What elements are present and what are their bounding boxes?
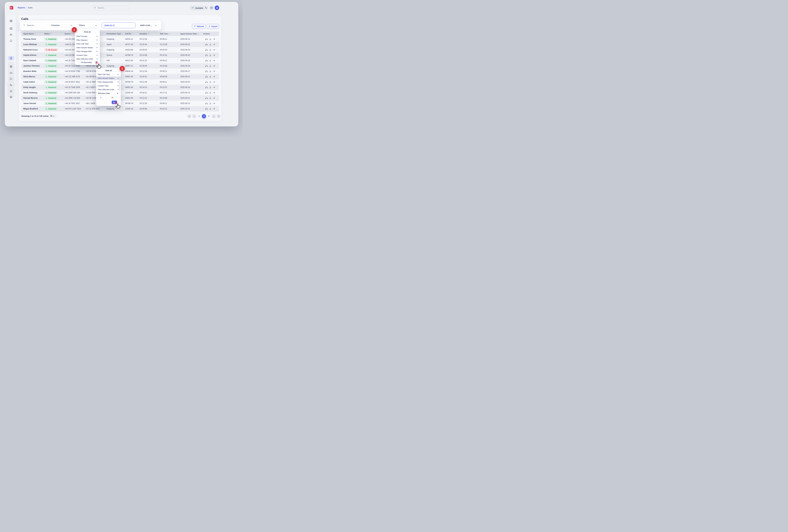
col-header-status[interactable]: Status↕ — [44, 32, 52, 36]
listen-recording-icon[interactable] — [205, 38, 208, 40]
sidebar-item-activity[interactable] — [9, 27, 13, 30]
table-search-input[interactable] — [27, 24, 45, 27]
filter-item-filter-queues[interactable]: Filter Queues — [75, 38, 100, 42]
clear-all-button[interactable]: Clear all — [97, 69, 120, 72]
export-button[interactable]: Export — [207, 24, 219, 29]
col-header-agent-answer-date[interactable]: Agent Answer Date↕ — [180, 32, 199, 36]
close-icon[interactable]: ✕ — [117, 92, 118, 95]
edit-icon[interactable] — [95, 61, 98, 63]
download-recording-icon[interactable] — [209, 102, 211, 104]
ai-insights-icon[interactable] — [213, 81, 215, 83]
download-recording-icon[interactable] — [209, 92, 211, 94]
page-button-3[interactable]: 3 — [207, 114, 211, 118]
sort-icon[interactable]: ↕ — [169, 33, 170, 35]
pager-nav-button[interactable]: ‹ — [192, 114, 196, 118]
download-recording-icon[interactable] — [209, 70, 211, 72]
listen-recording-icon[interactable] — [205, 59, 208, 62]
sidebar-item-agent-settings[interactable] — [9, 84, 13, 86]
download-recording-icon[interactable] — [209, 59, 211, 62]
table-search[interactable] — [21, 23, 47, 28]
sidebar-item-security[interactable] — [10, 90, 12, 92]
ai-insights-icon[interactable] — [213, 86, 215, 88]
checkbox[interactable] — [78, 62, 80, 63]
sidebar-item-reports[interactable] — [10, 57, 13, 60]
ai-insights-icon[interactable] — [213, 108, 215, 110]
sidebar-item-messages[interactable] — [10, 78, 13, 80]
filter-item-filter-hangup-side[interactable]: Filter Hangup Side — [96, 80, 121, 84]
scrollbar[interactable] — [119, 77, 120, 91]
ai-insights-icon[interactable] — [213, 43, 215, 46]
listen-recording-icon[interactable] — [205, 92, 208, 94]
col-header-destination-type[interactable]: Destination Type↕ — [106, 32, 123, 36]
sort-icon[interactable]: ↕ — [197, 33, 199, 35]
page-button-2[interactable]: 2 — [202, 114, 206, 118]
col-header-agent-name[interactable]: Agent Name↕ — [23, 32, 36, 36]
sort-icon[interactable]: ↕ — [35, 33, 36, 35]
menu-icon[interactable] — [9, 20, 13, 22]
ai-insights-icon[interactable] — [213, 59, 215, 62]
download-recording-icon[interactable] — [209, 38, 211, 40]
columns-select[interactable]: Columns — [49, 23, 74, 28]
download-recording-icon[interactable] — [209, 43, 211, 45]
sidebar-item-settings[interactable] — [10, 65, 13, 68]
set-button[interactable]: Set — [112, 101, 117, 104]
ai-insights-icon[interactable] — [213, 54, 215, 56]
filter-item-contact-type[interactable]: Contact Type — [75, 53, 100, 57]
filter-item-filter-call-type[interactable]: Filter Call Type — [96, 73, 121, 76]
listen-recording-icon[interactable] — [205, 102, 208, 104]
help-button[interactable] — [209, 6, 214, 10]
refresh-button[interactable]: Refresh — [192, 24, 205, 29]
ai-insights-icon[interactable] — [213, 92, 215, 94]
phone-button[interactable] — [204, 6, 208, 10]
download-recording-icon[interactable] — [209, 49, 211, 51]
pager-nav-button[interactable]: « — [187, 114, 191, 118]
filter-item-filter-call-type[interactable]: Filter Call Type — [75, 42, 100, 46]
download-recording-icon[interactable] — [209, 65, 211, 67]
listen-recording-icon[interactable] — [205, 54, 208, 56]
ai-insights-icon[interactable] — [213, 102, 215, 105]
global-search[interactable] — [92, 5, 129, 10]
filter-item-filter-groups[interactable]: Filter Groups — [75, 34, 100, 38]
filter-item-filter-effective-calls[interactable]: Filter Effective Calls — [75, 57, 100, 61]
download-recording-icon[interactable] — [209, 108, 211, 110]
clear-all-button[interactable]: Clear all — [76, 31, 98, 33]
download-recording-icon[interactable] — [209, 81, 211, 83]
sort-icon[interactable]: ↕ — [148, 33, 149, 35]
page-button-1[interactable]: 1 — [197, 114, 201, 118]
date-picker[interactable] — [102, 22, 136, 28]
ai-insights-icon[interactable] — [213, 38, 215, 40]
ai-insights-icon[interactable] — [213, 97, 215, 99]
listen-recording-icon[interactable] — [205, 81, 208, 83]
range-min-input[interactable] — [100, 96, 104, 99]
sidebar-item-advanced[interactable] — [10, 96, 13, 98]
listen-recording-icon[interactable] — [205, 86, 208, 88]
range-max-field[interactable] — [110, 96, 117, 99]
listen-recording-icon[interactable] — [205, 108, 208, 110]
filter-item-filter-answer-status[interactable]: Filter Answer Status — [75, 46, 100, 50]
ai-insights-icon[interactable] — [213, 70, 215, 73]
filter-item-contact-type[interactable]: Contact Type — [96, 84, 121, 87]
sort-icon[interactable]: ↕ — [122, 33, 123, 35]
range-min-field[interactable] — [99, 96, 106, 99]
ai-insights-icon[interactable] — [213, 65, 215, 67]
sidebar-item-chat[interactable] — [10, 40, 13, 42]
app-logo[interactable]: t — [10, 6, 13, 9]
download-recording-icon[interactable] — [209, 97, 211, 99]
download-recording-icon[interactable] — [209, 54, 211, 56]
col-header-talk-time[interactable]: Talk Time↕ — [160, 32, 170, 36]
global-search-input[interactable] — [97, 7, 127, 9]
breadcrumb-reports[interactable]: Reports — [18, 7, 25, 9]
col-header-source[interactable]: Source↕ — [65, 32, 73, 36]
filter-item-filter-answer-status[interactable]: Filter Answer Status — [96, 76, 121, 80]
sort-icon[interactable]: ↕ — [132, 33, 133, 35]
ai-insights-icon[interactable] — [213, 76, 215, 78]
filter-item-filter-effective-calls[interactable]: Filter Effective Calls — [96, 87, 121, 92]
listen-recording-icon[interactable] — [205, 76, 208, 78]
timezone-select[interactable]: (GMT+2:00) ... — [138, 23, 159, 28]
filter-item-filter-hangup-side[interactable]: Filter Hangup Side — [75, 50, 100, 53]
presence-status[interactable]: Available — [190, 6, 205, 10]
download-recording-icon[interactable] — [209, 86, 211, 88]
listen-recording-icon[interactable] — [205, 65, 208, 67]
download-recording-icon[interactable] — [209, 76, 211, 78]
col-header-call-id[interactable]: Call ID↕ — [125, 32, 133, 36]
